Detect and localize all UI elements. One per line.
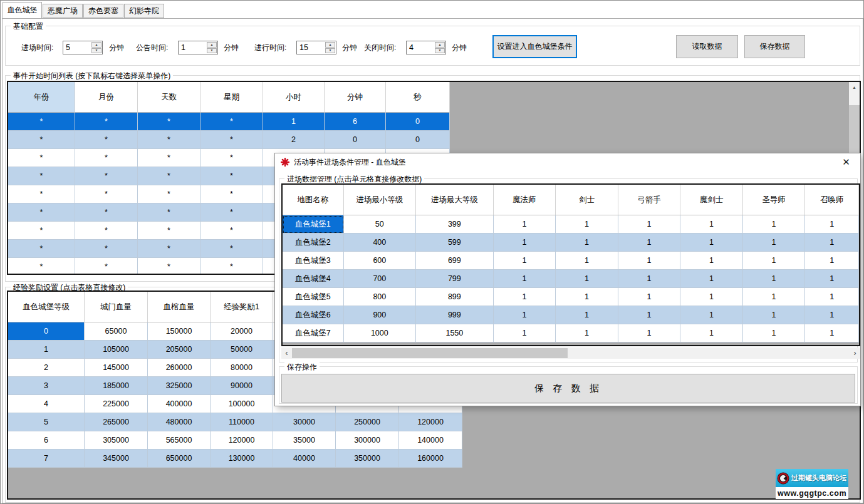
- table-cell[interactable]: 250000: [336, 413, 399, 431]
- column-header[interactable]: 地图名称: [283, 185, 344, 215]
- table-cell[interactable]: 1: [743, 324, 806, 342]
- table-cell[interactable]: 300000: [336, 431, 399, 450]
- table-cell[interactable]: 1: [494, 252, 556, 270]
- table-cell[interactable]: 1: [263, 113, 325, 131]
- table-cell[interactable]: *: [200, 203, 263, 222]
- table-cell[interactable]: *: [200, 222, 263, 240]
- table-cell[interactable]: 血色城堡1: [283, 215, 344, 234]
- table-cell[interactable]: 305000: [85, 431, 148, 450]
- spin-down-icon[interactable]: ▼: [207, 48, 217, 54]
- table-cell[interactable]: 80000: [211, 359, 273, 377]
- spin-down-icon[interactable]: ▼: [435, 48, 445, 54]
- spin-down-icon[interactable]: ▼: [91, 48, 101, 54]
- table-cell[interactable]: 1: [618, 306, 681, 324]
- column-header[interactable]: 城门血量: [85, 292, 148, 322]
- column-header[interactable]: 分钟: [325, 82, 386, 113]
- table-cell[interactable]: 399: [416, 215, 494, 234]
- table-cell[interactable]: 345000: [85, 450, 148, 468]
- run-time-value[interactable]: [297, 41, 325, 54]
- table-cell[interactable]: 400000: [148, 395, 211, 413]
- table-cell[interactable]: 7: [8, 450, 85, 468]
- horizontal-scrollbar[interactable]: ‹ ›: [281, 347, 860, 359]
- table-cell[interactable]: 600: [344, 252, 417, 270]
- table-cell[interactable]: 599: [416, 234, 494, 252]
- table-cell[interactable]: 565000: [148, 431, 211, 450]
- table-cell[interactable]: 1: [556, 234, 618, 252]
- run-time-input[interactable]: ▲▼: [296, 41, 336, 54]
- entry-time-value[interactable]: [63, 41, 91, 54]
- table-cell[interactable]: 1: [805, 270, 859, 288]
- spin-up-icon[interactable]: ▲: [207, 42, 217, 48]
- table-cell[interactable]: *: [138, 167, 200, 185]
- table-cell[interactable]: 1: [805, 252, 859, 270]
- table-cell[interactable]: *: [138, 240, 200, 258]
- table-cell[interactable]: *: [75, 185, 138, 203]
- table-cell[interactable]: 1: [680, 288, 743, 306]
- table-cell[interactable]: *: [75, 149, 138, 167]
- column-header[interactable]: 星期: [200, 82, 263, 113]
- table-cell[interactable]: *: [75, 222, 138, 240]
- table-cell[interactable]: 160000: [399, 450, 462, 468]
- table-cell[interactable]: *: [8, 131, 75, 149]
- table-cell[interactable]: 1: [680, 234, 743, 252]
- table-cell[interactable]: 1: [743, 306, 806, 324]
- table-cell[interactable]: 1: [743, 270, 806, 288]
- table-cell[interactable]: 1: [556, 252, 618, 270]
- spin-down-icon[interactable]: ▼: [325, 48, 335, 54]
- table-cell[interactable]: 1: [556, 215, 618, 234]
- column-header[interactable]: 月份: [75, 82, 138, 113]
- table-cell[interactable]: 999: [416, 306, 494, 324]
- table-cell[interactable]: 1: [494, 234, 556, 252]
- table-cell[interactable]: 血色城堡7: [283, 324, 344, 342]
- table-cell[interactable]: 2: [8, 359, 85, 377]
- table-cell[interactable]: 2: [263, 131, 325, 149]
- table-cell[interactable]: *: [8, 149, 75, 167]
- table-cell[interactable]: 205000: [148, 341, 211, 359]
- table-cell[interactable]: 0: [386, 113, 450, 131]
- table-cell[interactable]: *: [138, 131, 200, 149]
- table-cell[interactable]: 50: [344, 215, 417, 234]
- table-cell[interactable]: 5: [8, 413, 85, 431]
- table-cell[interactable]: 65000: [85, 322, 148, 341]
- table-cell[interactable]: *: [138, 113, 200, 131]
- table-cell[interactable]: 100000: [211, 395, 273, 413]
- scroll-thumb[interactable]: [292, 348, 568, 358]
- table-cell[interactable]: 1: [805, 234, 859, 252]
- table-cell[interactable]: *: [8, 222, 75, 240]
- table-cell[interactable]: 血色城堡5: [283, 288, 344, 306]
- column-header[interactable]: 剑士: [556, 185, 618, 215]
- table-cell[interactable]: 265000: [85, 413, 148, 431]
- table-cell[interactable]: 699: [416, 252, 494, 270]
- table-cell[interactable]: 1: [680, 270, 743, 288]
- table-cell[interactable]: 1: [805, 306, 859, 324]
- table-cell[interactable]: 1550: [416, 324, 494, 342]
- table-cell[interactable]: 1: [743, 288, 806, 306]
- table-cell[interactable]: 1: [494, 270, 556, 288]
- table-cell[interactable]: 血色城堡4: [283, 270, 344, 288]
- table-cell[interactable]: 1: [494, 306, 556, 324]
- table-cell[interactable]: *: [200, 131, 263, 149]
- table-cell[interactable]: 1: [805, 288, 859, 306]
- column-header[interactable]: 血棺血量: [148, 292, 211, 322]
- close-time-value[interactable]: [407, 41, 435, 54]
- table-cell[interactable]: 1: [556, 324, 618, 342]
- table-cell[interactable]: 325000: [148, 377, 211, 395]
- tab-crimson-fortress[interactable]: 赤色要塞: [83, 4, 123, 18]
- column-header[interactable]: 经验奖励1: [211, 292, 273, 322]
- dialog-titlebar[interactable]: 活动事件进场条件管理 - 血色城堡 ✕: [275, 153, 860, 171]
- table-cell[interactable]: 1: [743, 234, 806, 252]
- table-cell[interactable]: *: [75, 258, 138, 275]
- table-cell[interactable]: *: [200, 258, 263, 275]
- table-cell[interactable]: 6: [8, 431, 85, 450]
- table-cell[interactable]: 1: [743, 252, 806, 270]
- tab-devil-square[interactable]: 恶魔广场: [43, 4, 83, 18]
- table-cell[interactable]: 血色城堡3: [283, 252, 344, 270]
- table-cell[interactable]: *: [75, 167, 138, 185]
- table-cell[interactable]: 650000: [148, 450, 211, 468]
- dialog-save-data-button[interactable]: 保 存 数 据: [281, 374, 855, 403]
- column-header[interactable]: 血色城堡等级: [8, 292, 85, 322]
- close-time-input[interactable]: ▲▼: [406, 41, 446, 54]
- table-cell[interactable]: 120000: [211, 431, 273, 450]
- table-cell[interactable]: 800: [344, 288, 417, 306]
- table-cell[interactable]: 1: [618, 270, 681, 288]
